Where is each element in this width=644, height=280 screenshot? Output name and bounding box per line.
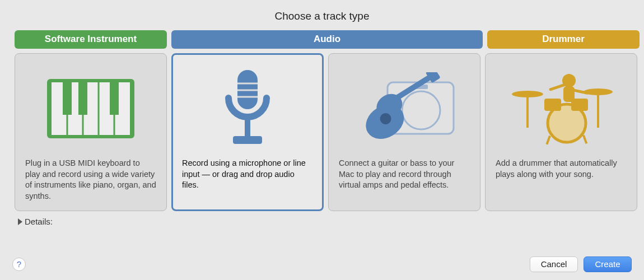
svg-rect-8: [110, 82, 119, 115]
create-button[interactable]: Create: [584, 256, 632, 272]
dialog-footer: ? Cancel Create: [0, 256, 644, 280]
card-audio-mic-desc: Record using a microphone or line input …: [182, 158, 313, 203]
svg-rect-11: [233, 136, 262, 144]
track-type-dialog: Choose a track type Software Instrument …: [0, 0, 644, 280]
card-drummer-desc: Add a drummer that automatically plays a…: [496, 158, 627, 203]
svg-rect-32: [563, 86, 575, 102]
svg-rect-26: [597, 92, 599, 128]
svg-rect-35: [546, 136, 551, 144]
microphone-icon: [182, 64, 313, 153]
svg-rect-10: [245, 118, 250, 137]
card-drummer[interactable]: Add a drummer that automatically plays a…: [485, 53, 637, 211]
dialog-title: Choose a track type: [0, 10, 644, 22]
header-software-label: Software Instrument: [45, 34, 137, 44]
help-glyph: ?: [17, 259, 21, 269]
svg-rect-36: [582, 135, 587, 144]
cancel-label: Cancel: [541, 259, 567, 269]
card-software-instrument[interactable]: Plug in a USB MIDI keyboard to play and …: [15, 53, 167, 211]
details-label: Details:: [25, 217, 53, 226]
cancel-button[interactable]: Cancel: [530, 256, 578, 272]
category-header-row: Software Instrument Audio Drummer: [0, 30, 644, 49]
header-drummer-label: Drummer: [542, 34, 585, 44]
header-audio-label: Audio: [314, 34, 340, 44]
create-label: Create: [595, 259, 620, 269]
track-type-cards: Plug in a USB MIDI keyboard to play and …: [0, 49, 644, 211]
card-audio-guitar-desc: Connect a guitar or bass to your Mac to …: [339, 158, 470, 203]
svg-rect-33: [549, 83, 566, 91]
card-software-desc: Plug in a USB MIDI keyboard to play and …: [25, 158, 156, 203]
svg-rect-29: [544, 99, 561, 111]
svg-rect-6: [63, 82, 72, 115]
help-button[interactable]: ?: [12, 258, 26, 271]
guitar-amp-icon: [339, 64, 470, 153]
piano-keys-icon: [25, 64, 156, 153]
header-drummer: Drummer: [487, 30, 640, 49]
details-disclosure[interactable]: Details:: [0, 211, 644, 226]
drummer-icon: [496, 64, 627, 153]
header-software-instrument: Software Instrument: [15, 30, 167, 49]
svg-rect-7: [78, 82, 87, 115]
card-audio-guitar[interactable]: Connect a guitar or bass to your Mac to …: [328, 53, 480, 211]
card-audio-microphone[interactable]: Record using a microphone or line input …: [171, 53, 324, 211]
svg-rect-24: [526, 94, 529, 128]
disclosure-triangle-icon: [18, 218, 22, 225]
header-audio: Audio: [171, 30, 483, 49]
